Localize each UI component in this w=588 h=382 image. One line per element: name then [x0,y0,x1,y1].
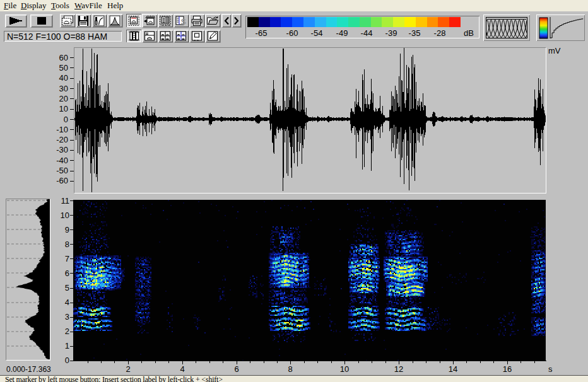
svg-text:S: S [181,16,187,26]
